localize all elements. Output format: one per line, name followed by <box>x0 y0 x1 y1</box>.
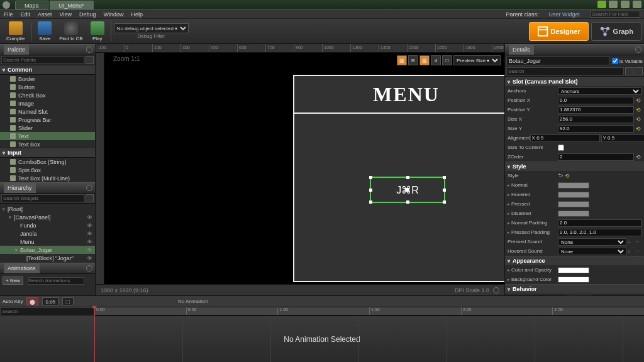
palette-category-common[interactable]: Common <box>0 65 95 75</box>
viewport-tool-r[interactable]: R <box>408 55 418 65</box>
play-button[interactable]: Play <box>87 19 108 43</box>
details-search-input[interactable] <box>506 67 624 75</box>
new-animation-button[interactable]: + New <box>3 277 23 285</box>
widget-canvas[interactable]: MENU J⌘R <box>293 75 504 282</box>
hierarchy-row[interactable]: ▿Botao_Jogar👁 <box>0 246 95 254</box>
playhead[interactable] <box>94 307 95 362</box>
gear-icon[interactable] <box>86 47 92 53</box>
palette-item[interactable]: ComboBox (String) <box>0 158 95 166</box>
hierarchy-row[interactable]: Fundo👁 <box>0 221 95 229</box>
gear-icon[interactable] <box>493 287 499 293</box>
window-controls[interactable] <box>596 1 641 9</box>
palette-category-input[interactable]: Input <box>0 148 95 158</box>
close-icon[interactable] <box>633 1 641 8</box>
menu-view[interactable]: View <box>60 11 72 18</box>
palette-item[interactable]: Progress Bar <box>0 116 95 124</box>
viewport-tool-grid[interactable]: ▦ <box>419 55 430 65</box>
designer-viewport[interactable]: Zoom 1:1 ▦ R ▦ 4 □ Preview Size ▾ MENU J… <box>104 53 504 284</box>
eye-icon[interactable] <box>625 67 633 75</box>
details-section-header[interactable]: Slot (Canvas Panel Slot) <box>505 77 644 86</box>
dpi-scale-label: DPI Scale 1.0 <box>455 287 489 293</box>
palette-item[interactable]: Text Box (Multi-Line) <box>0 174 95 182</box>
palette-item[interactable]: Spin Box <box>0 166 95 174</box>
filter-icon[interactable] <box>635 67 643 75</box>
save-button[interactable]: Save <box>34 19 55 43</box>
os-titlebar: Mapa UI_Menu* <box>0 0 644 10</box>
details-object-name-input[interactable] <box>506 57 609 65</box>
run-icon[interactable] <box>597 1 606 8</box>
autokey-toggle[interactable]: Auto Key <box>3 299 23 304</box>
palette-search-input[interactable] <box>1 56 84 64</box>
hierarchy-panel-header[interactable]: Hierarchy <box>0 182 95 194</box>
hierarchy-row[interactable]: Menu👁 <box>0 238 95 246</box>
animations-search-input[interactable] <box>28 277 84 285</box>
editor-tab-map[interactable]: Mapa <box>15 1 48 9</box>
help-search-input[interactable] <box>590 11 640 18</box>
timeline-header-label: No Animation <box>178 299 208 304</box>
menu-window[interactable]: Window <box>103 11 123 18</box>
hierarchy-row[interactable]: ▿[CanvasPanel]👁 <box>0 213 95 221</box>
timeline-track-area[interactable]: No Animation Selected <box>0 316 644 362</box>
palette-item[interactable]: Border <box>0 75 95 83</box>
palette-item[interactable]: Image <box>0 99 95 107</box>
menu-file[interactable]: File <box>4 11 13 18</box>
details-section-header[interactable]: Appearance <box>505 256 644 265</box>
search-icon[interactable] <box>86 56 94 64</box>
menu-help[interactable]: Help <box>131 11 143 18</box>
is-variable-checkbox[interactable]: Is Variable <box>612 58 643 64</box>
graph-mode-button[interactable]: Graph <box>591 22 641 41</box>
hierarchy-tree: ▿[Root]▿[CanvasPanel]👁Fundo👁Janela👁Menu👁… <box>0 204 95 263</box>
designer-mode-button[interactable]: Designer <box>529 22 589 41</box>
details-row: Hovered SoundNone⌕← <box>505 246 644 256</box>
palette-item[interactable]: Button <box>0 83 95 91</box>
reset-icon[interactable]: ⟲ <box>635 116 641 123</box>
parent-class-link[interactable]: User Widget <box>548 11 580 18</box>
details-section-header[interactable]: Style <box>505 162 644 171</box>
viewport-tool-aspect[interactable]: □ <box>442 55 452 65</box>
debug-object-select[interactable]: No debug object selected ▾ <box>114 23 189 33</box>
reset-icon[interactable]: ⟲ <box>564 173 570 179</box>
editor-tab-widget[interactable]: UI_Menu* <box>50 1 94 9</box>
toolbar: Compile Save Find in CB Play No debug ob… <box>0 19 644 44</box>
palette-item[interactable]: Named Slot <box>0 107 95 116</box>
viewport-tool-snap[interactable]: 4 <box>431 55 441 65</box>
menu-edit[interactable]: Edit <box>21 11 31 18</box>
timeline-search-input[interactable] <box>0 307 94 315</box>
details-panel-header[interactable]: Details <box>505 44 644 55</box>
reset-icon[interactable]: ⟲ <box>635 107 641 113</box>
menu-asset[interactable]: Asset <box>38 11 52 18</box>
palette-item[interactable]: Check Box <box>0 91 95 99</box>
palette-item[interactable]: Text <box>0 132 95 140</box>
palette-panel-header[interactable]: Palette <box>0 44 95 55</box>
reset-icon[interactable]: ⟲ <box>635 154 641 160</box>
palette-item[interactable]: Text Box <box>0 140 95 148</box>
compile-button[interactable]: Compile <box>3 19 28 43</box>
hierarchy-row[interactable]: [TextBlock] "Jogar"👁 <box>0 254 95 262</box>
hierarchy-row[interactable]: Janela👁 <box>0 229 95 238</box>
reset-icon[interactable]: ⟲ <box>635 126 641 132</box>
find-in-cb-button[interactable]: Find in CB <box>55 19 86 43</box>
widget-jogar-button[interactable]: J⌘R <box>370 177 445 203</box>
gear-icon[interactable] <box>635 47 641 53</box>
minimize-icon[interactable] <box>609 1 618 8</box>
preview-size-select[interactable]: Preview Size ▾ <box>453 55 501 65</box>
frame-snap-button[interactable]: ⬚ <box>62 297 74 305</box>
maximize-icon[interactable] <box>621 1 630 8</box>
viewport-tool-fill[interactable]: ▦ <box>397 55 407 65</box>
palette-item[interactable]: Slider <box>0 124 95 132</box>
search-icon[interactable] <box>86 194 94 202</box>
reset-icon[interactable]: ⟲ <box>635 97 641 104</box>
animations-panel-header[interactable]: Animations <box>0 263 95 274</box>
hierarchy-search-input[interactable] <box>1 194 84 202</box>
zoom-label: Zoom 1:1 <box>113 55 140 62</box>
details-section-header[interactable]: Behavior <box>505 285 644 293</box>
record-button[interactable]: ⬤ <box>26 297 38 305</box>
gear-icon[interactable] <box>86 265 92 272</box>
gear-icon[interactable] <box>86 185 92 191</box>
frame-value-input[interactable]: 0.05 <box>42 297 58 305</box>
hierarchy-row[interactable]: ▿[Root] <box>0 205 95 213</box>
menu-debug[interactable]: Debug <box>79 11 96 18</box>
widget-menu-title: MENU <box>294 76 504 114</box>
timeline-ruler[interactable]: 0.000.501.001.502.002.503.00 <box>94 307 644 315</box>
details-row: Pressed Padding <box>505 228 644 237</box>
